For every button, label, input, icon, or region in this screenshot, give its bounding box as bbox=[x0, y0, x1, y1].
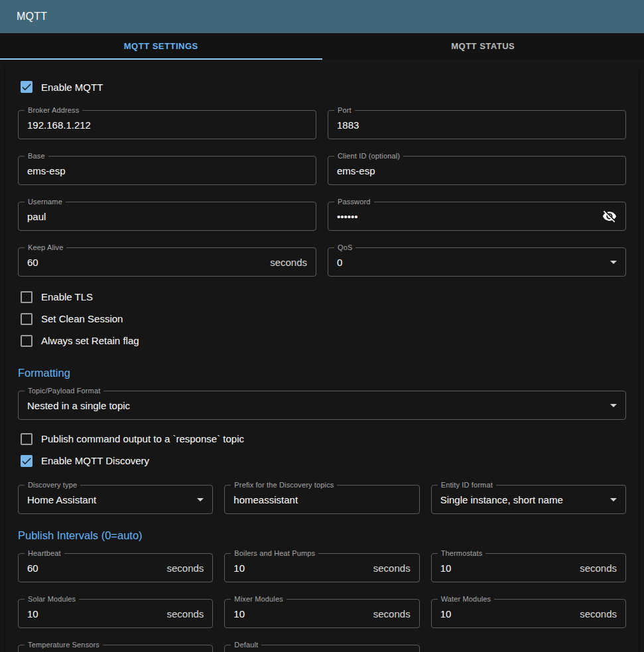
topic-format-select[interactable]: Topic/Payload Format Nested in a single … bbox=[18, 391, 626, 420]
appbar: MQTT bbox=[0, 0, 644, 33]
publish-intervals-heading: Publish Intervals (0=auto) bbox=[18, 529, 626, 542]
thermostats-field: Thermostats seconds bbox=[431, 553, 626, 582]
discovery-prefix-input[interactable] bbox=[233, 494, 410, 505]
base-label: Base bbox=[25, 152, 48, 161]
enable-tls-row[interactable]: Enable TLS bbox=[18, 286, 626, 308]
dropdown-caret-icon bbox=[197, 498, 204, 501]
thermostats-label: Thermostats bbox=[438, 549, 486, 558]
enable-tls-label: Enable TLS bbox=[41, 291, 93, 302]
clean-session-checkbox[interactable] bbox=[21, 313, 32, 325]
client-id-label: Client ID (optional) bbox=[334, 152, 403, 161]
checkmark-icon bbox=[21, 455, 32, 467]
retain-flag-label: Always set Retain flag bbox=[41, 335, 139, 346]
water-unit: seconds bbox=[580, 608, 617, 619]
keep-alive-unit: seconds bbox=[270, 257, 307, 268]
boilers-field: Boilers and Heat Pumps seconds bbox=[224, 553, 419, 582]
checkmark-icon bbox=[21, 81, 32, 93]
boilers-unit: seconds bbox=[373, 562, 411, 574]
water-input[interactable] bbox=[440, 608, 573, 619]
tab-mqtt-status-label: MQTT STATUS bbox=[451, 41, 515, 51]
port-field: Port bbox=[328, 110, 626, 139]
broker-address-field: Broker Address bbox=[18, 110, 316, 139]
water-label: Water Modules bbox=[438, 595, 495, 604]
solar-unit: seconds bbox=[166, 608, 204, 619]
tab-mqtt-settings-label: MQTT SETTINGS bbox=[124, 41, 198, 51]
toggle-password-visibility-button[interactable] bbox=[602, 209, 617, 224]
qos-label: QoS bbox=[334, 243, 355, 252]
base-input[interactable] bbox=[27, 165, 307, 176]
client-id-field: Client ID (optional) bbox=[328, 156, 626, 185]
discovery-type-select[interactable]: Discovery type Home Assistant bbox=[18, 485, 213, 514]
keep-alive-field: Keep Alive seconds bbox=[18, 247, 316, 277]
solar-input[interactable] bbox=[27, 608, 160, 619]
broker-address-label: Broker Address bbox=[25, 106, 82, 115]
port-label: Port bbox=[334, 106, 355, 115]
tab-bar: MQTT SETTINGS MQTT STATUS bbox=[0, 33, 644, 60]
enable-tls-checkbox[interactable] bbox=[21, 291, 32, 303]
visibility-off-icon bbox=[602, 209, 617, 224]
discovery-type-label: Discovery type bbox=[25, 481, 80, 489]
mixer-unit: seconds bbox=[373, 608, 411, 619]
heartbeat-input[interactable] bbox=[27, 562, 160, 574]
base-field: Base bbox=[18, 156, 316, 185]
client-id-input[interactable] bbox=[337, 165, 617, 176]
retain-flag-row[interactable]: Always set Retain flag bbox=[18, 330, 626, 352]
clean-session-label: Set Clean Session bbox=[41, 313, 123, 324]
port-input[interactable] bbox=[337, 119, 617, 131]
topic-format-value: Nested in a single topic bbox=[27, 400, 605, 411]
username-input[interactable] bbox=[27, 211, 307, 222]
enable-discovery-label: Enable MQTT Discovery bbox=[41, 455, 149, 466]
dropdown-caret-icon bbox=[610, 261, 617, 264]
solar-field: Solar Modules seconds bbox=[18, 599, 213, 628]
page-title: MQTT bbox=[17, 11, 47, 23]
thermostats-input[interactable] bbox=[440, 562, 573, 574]
temperature-sensors-label: Temperature Sensors bbox=[25, 641, 103, 649]
discovery-prefix-label: Prefix for the Discovery topics bbox=[231, 481, 337, 489]
enable-mqtt-checkbox[interactable] bbox=[21, 81, 32, 93]
mqtt-settings-panel: Enable MQTT Broker Address Port Base Cli… bbox=[5, 65, 639, 652]
keep-alive-input[interactable] bbox=[27, 257, 263, 268]
boilers-input[interactable] bbox=[233, 562, 366, 574]
discovery-type-value: Home Assistant bbox=[27, 494, 192, 505]
entity-format-label: Entity ID format bbox=[438, 481, 496, 489]
username-label: Username bbox=[25, 198, 66, 206]
username-field: Username bbox=[18, 202, 316, 231]
broker-address-input[interactable] bbox=[27, 119, 307, 131]
enable-discovery-row[interactable]: Enable MQTT Discovery bbox=[18, 450, 626, 472]
tab-mqtt-status[interactable]: MQTT STATUS bbox=[322, 33, 644, 60]
mixer-input[interactable] bbox=[233, 608, 366, 619]
entity-format-value: Single instance, short name bbox=[440, 494, 605, 505]
password-label: Password bbox=[334, 198, 374, 206]
keep-alive-label: Keep Alive bbox=[25, 243, 66, 252]
password-input[interactable] bbox=[337, 211, 597, 222]
discovery-prefix-field: Prefix for the Discovery topics bbox=[224, 485, 419, 514]
dropdown-caret-icon bbox=[610, 498, 617, 501]
dropdown-caret-icon bbox=[610, 404, 617, 407]
thermostats-unit: seconds bbox=[580, 562, 617, 574]
water-field: Water Modules seconds bbox=[431, 599, 626, 628]
heartbeat-field: Heartbeat seconds bbox=[18, 553, 213, 582]
topic-format-label: Topic/Payload Format bbox=[25, 387, 103, 395]
boilers-label: Boilers and Heat Pumps bbox=[231, 549, 318, 558]
enable-discovery-checkbox[interactable] bbox=[21, 455, 32, 467]
mixer-label: Mixer Modules bbox=[231, 595, 286, 604]
mixer-field: Mixer Modules seconds bbox=[224, 599, 419, 628]
qos-value: 0 bbox=[337, 257, 605, 268]
enable-mqtt-label: Enable MQTT bbox=[41, 82, 103, 93]
grid-spacer bbox=[431, 645, 626, 652]
tab-mqtt-settings[interactable]: MQTT SETTINGS bbox=[0, 33, 322, 60]
heartbeat-label: Heartbeat bbox=[25, 549, 64, 558]
entity-format-select[interactable]: Entity ID format Single instance, short … bbox=[431, 485, 626, 514]
enable-mqtt-row[interactable]: Enable MQTT bbox=[18, 77, 626, 97]
temperature-sensors-field: Temperature Sensors seconds bbox=[18, 645, 213, 652]
qos-select[interactable]: QoS 0 bbox=[328, 247, 626, 277]
default-interval-field: Default seconds bbox=[224, 645, 419, 652]
publish-response-label: Publish command output to a `response` t… bbox=[41, 433, 244, 444]
solar-label: Solar Modules bbox=[25, 595, 79, 604]
retain-flag-checkbox[interactable] bbox=[21, 335, 32, 347]
password-field: Password bbox=[328, 202, 626, 231]
clean-session-row[interactable]: Set Clean Session bbox=[18, 308, 626, 330]
publish-response-checkbox[interactable] bbox=[21, 433, 32, 445]
publish-response-row[interactable]: Publish command output to a `response` t… bbox=[18, 428, 626, 450]
default-interval-label: Default bbox=[231, 641, 261, 649]
